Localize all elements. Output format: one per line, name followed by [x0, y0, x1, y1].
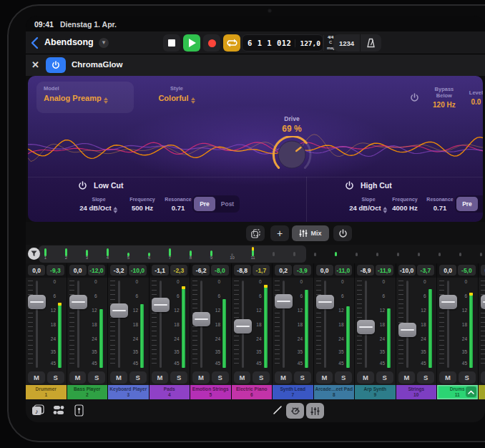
fader-handle[interactable] — [398, 323, 416, 337]
overview-window[interactable] — [39, 245, 306, 263]
add-track-button[interactable]: + — [270, 225, 289, 241]
volume-value[interactable]: 0,0 — [481, 265, 485, 276]
bypass-power-button[interactable] — [410, 93, 419, 102]
metronome-button[interactable] — [360, 34, 381, 52]
highcut-frequency-field[interactable]: Frequency 4000 Hz — [392, 197, 417, 212]
volume-value[interactable]: -8,9 — [357, 265, 374, 276]
track-name-tile[interactable]: Drummer1 — [26, 385, 67, 399]
count-in-button[interactable]: 1234 — [333, 39, 360, 47]
track-name-tile[interactable]: Bass Player2 — [67, 385, 108, 399]
play-button[interactable] — [183, 34, 200, 52]
track-name-tile[interactable]: Synth Lead7 — [273, 385, 313, 399]
mute-button[interactable]: M — [152, 371, 169, 384]
lcd-display[interactable]: 6 1 1 012 127,0 4/4 C maj In Out MIDI — [242, 34, 323, 52]
smart-controls-button[interactable] — [286, 403, 304, 419]
track-name-tile[interactable]: Strings10 — [396, 385, 437, 399]
stepper-icon[interactable] — [104, 97, 108, 104]
chevron-down-icon[interactable]: ▾ — [99, 38, 109, 48]
volume-value[interactable]: -8,8 — [234, 265, 251, 276]
fader-handle[interactable] — [275, 294, 293, 308]
volume-value[interactable]: -10,0 — [398, 265, 416, 276]
mute-button[interactable]: M — [316, 371, 333, 384]
chevron-up-button[interactable] — [466, 386, 476, 397]
mute-button[interactable]: M — [69, 371, 87, 384]
mute-button[interactable]: M — [110, 371, 127, 384]
solo-button[interactable]: S — [253, 371, 270, 384]
bypass-below-field[interactable]: Bypass Below 120 Hz — [426, 86, 462, 109]
plugin-power-button[interactable] — [46, 57, 66, 73]
mute-button[interactable]: M — [192, 371, 210, 384]
highcut-slope-field[interactable]: Slope 24 dB/Oct — [349, 197, 387, 213]
track-name-tile[interactable]: Arcade…eet Pad8 — [314, 385, 355, 399]
pre-button[interactable]: Pre — [194, 197, 215, 211]
pre-button[interactable]: Pre — [456, 197, 478, 211]
solo-button[interactable]: S — [459, 371, 476, 384]
lowcut-resonance-field[interactable]: Resonance 0.71 — [165, 197, 191, 212]
fader-handle[interactable] — [439, 295, 457, 309]
volume-value[interactable]: 0,0 — [28, 265, 45, 276]
mixer-view-button[interactable] — [306, 403, 324, 419]
mute-button[interactable]: M — [481, 371, 485, 384]
volume-value[interactable]: -6,2 — [192, 265, 210, 276]
back-button[interactable] — [30, 36, 40, 49]
mute-button[interactable]: M — [357, 371, 374, 384]
model-selector[interactable]: Model Analog Preamp — [36, 82, 134, 113]
fader-handle[interactable] — [357, 320, 375, 334]
stepper-icon[interactable] — [191, 97, 195, 104]
track-overview[interactable]: 1234567891011 — [26, 245, 485, 263]
volume-value[interactable]: 0,2 — [275, 265, 292, 276]
record-button[interactable] — [203, 34, 220, 52]
fader-handle[interactable] — [316, 295, 334, 309]
volume-value[interactable]: -3,2 — [110, 265, 127, 276]
lowcut-frequency-field[interactable]: Frequency 500 Hz — [129, 197, 155, 212]
duplicate-button[interactable] — [246, 225, 265, 241]
solo-button[interactable]: S — [376, 371, 393, 384]
solo-button[interactable]: S — [88, 371, 105, 384]
volume-value[interactable]: 0,0 — [69, 265, 87, 276]
solo-button[interactable]: S — [294, 371, 311, 384]
solo-button[interactable]: S — [47, 371, 64, 384]
filter-button[interactable] — [28, 248, 40, 260]
post-button[interactable]: Post — [479, 197, 483, 211]
mute-button[interactable]: M — [398, 371, 416, 384]
highcut-power-button[interactable] — [345, 181, 354, 190]
volume-value[interactable]: -1,1 — [152, 265, 169, 276]
solo-button[interactable]: S — [212, 371, 229, 384]
stop-button[interactable] — [163, 34, 180, 52]
fader-handle[interactable] — [110, 303, 128, 318]
mute-button[interactable]: M — [234, 371, 251, 384]
fader-handle[interactable] — [234, 319, 252, 333]
edit-tool-button[interactable] — [273, 405, 283, 415]
track-name-tile[interactable]: Arp Synth9 — [355, 385, 396, 399]
mute-button[interactable]: M — [439, 371, 456, 384]
cycle-button[interactable] — [223, 34, 240, 52]
lowcut-slope-field[interactable]: Slope 24 dB/Oct — [79, 197, 117, 213]
solo-button[interactable]: S — [335, 371, 352, 384]
fader-handle[interactable] — [481, 295, 485, 309]
mixer-power-button[interactable] — [333, 225, 352, 241]
track-name-tile[interactable]: Keyboard Player3 — [108, 385, 149, 399]
level-field[interactable]: Level 0.0 — [469, 89, 483, 106]
style-selector[interactable]: Style Colorful — [141, 82, 212, 113]
mix-view-button[interactable]: Mix — [292, 225, 329, 241]
volume-value[interactable]: 0,0 — [316, 265, 333, 276]
close-icon[interactable]: ✕ — [31, 59, 39, 70]
track-name-tile[interactable]: Drums11 — [437, 385, 478, 399]
mute-button[interactable]: M — [275, 371, 292, 384]
fader-handle[interactable] — [69, 295, 87, 309]
fader-handle[interactable] — [192, 312, 210, 326]
post-button[interactable]: Post — [217, 197, 238, 211]
track-name-tile[interactable]: Emotion Strings5 — [190, 385, 231, 399]
loop-browser-button[interactable]: ♪ — [31, 404, 44, 416]
channel-strip-button[interactable] — [74, 404, 84, 417]
drive-knob[interactable] — [269, 136, 315, 173]
track-name-tile[interactable]: Electric Piano6 — [232, 385, 273, 399]
project-title[interactable]: Abendsong — [44, 37, 94, 47]
fader-handle[interactable] — [152, 298, 170, 312]
highcut-resonance-field[interactable]: Resonance 0.71 — [426, 197, 453, 212]
volume-value[interactable]: 0,0 — [439, 265, 456, 276]
track-name-tile[interactable]: Pads4 — [150, 385, 190, 399]
track-name-tile[interactable]: Chorus V12 — [479, 385, 485, 399]
solo-button[interactable]: S — [129, 371, 147, 384]
fader-handle[interactable] — [28, 295, 46, 309]
